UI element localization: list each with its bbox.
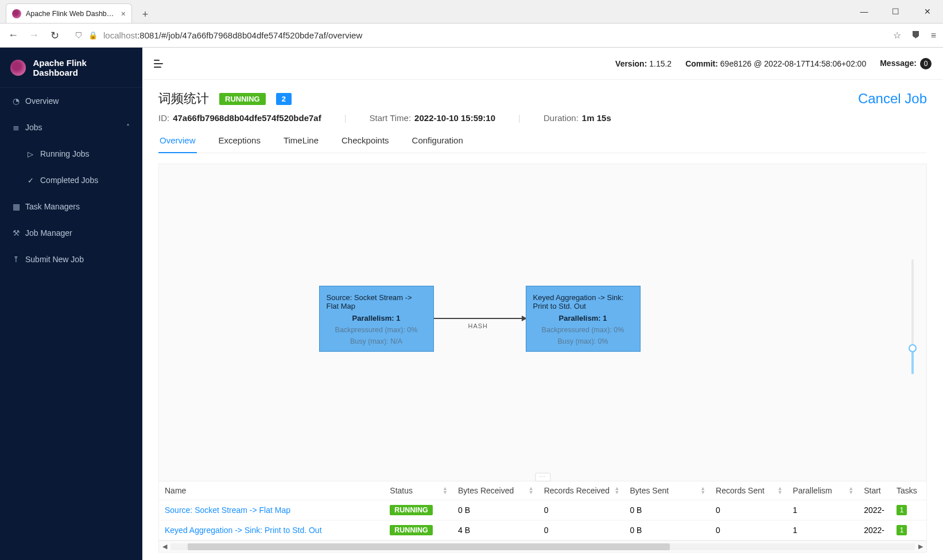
table-row[interactable]: Keyed Aggregation -> Sink: Print to Std.… bbox=[159, 520, 926, 540]
reload-button[interactable]: ↻ bbox=[48, 29, 61, 42]
main: Version: 1.15.2 Commit: 69e8126 @ 2022-0… bbox=[142, 48, 943, 560]
job-duration-value: 1m 15s bbox=[582, 113, 611, 123]
job-subheader: ID:47a66fb7968d8b04dfe574f520bde7af | St… bbox=[158, 113, 927, 123]
sort-icon[interactable]: ▲▼ bbox=[848, 487, 853, 495]
status-badge: RUNNING bbox=[390, 505, 432, 515]
topbar-meta: Version: 1.15.2 Commit: 69e8126 @ 2022-0… bbox=[615, 58, 932, 69]
check-circle-icon: ✓ bbox=[28, 176, 40, 185]
sidebar-item-running-jobs[interactable]: ▷ Running Jobs bbox=[0, 141, 142, 167]
execution-graph: Source: Socket Stream -> Flat Map Parall… bbox=[319, 265, 767, 380]
col-status[interactable]: Status▲▼ bbox=[384, 481, 452, 500]
graph-edge bbox=[434, 318, 526, 319]
schedule-icon: ▦ bbox=[13, 202, 25, 211]
job-status-badge: RUNNING bbox=[219, 93, 266, 105]
play-circle-icon: ▷ bbox=[28, 150, 40, 158]
cell-status: RUNNING bbox=[384, 500, 452, 520]
commit-value: 69e8126 @ 2022-08-17T14:58:06+02:00 bbox=[720, 59, 866, 68]
graph-node-title: Source: Socket Stream -> Flat Map bbox=[327, 293, 426, 310]
sidebar-item-submit-job[interactable]: ⤒ Submit New Job bbox=[0, 246, 142, 273]
sidebar-item-label: Task Managers bbox=[25, 202, 80, 211]
pocket-icon[interactable]: ⛊ bbox=[911, 30, 921, 41]
job-id-value: 47a66fb7968d8b04dfe574f520bde7af bbox=[173, 113, 321, 123]
zoom-handle[interactable] bbox=[909, 344, 917, 352]
sidebar-item-label: Completed Jobs bbox=[40, 176, 98, 185]
cell-bytes-received: 4 B bbox=[452, 520, 538, 540]
browser-tab-bar: Apache Flink Web Dashboard × + — ☐ ✕ bbox=[0, 0, 943, 23]
col-parallelism[interactable]: Parallelism▲▼ bbox=[787, 481, 858, 500]
scroll-left-icon[interactable]: ◀ bbox=[159, 543, 170, 550]
cancel-job-button[interactable]: Cancel Job bbox=[858, 91, 927, 107]
back-button[interactable]: ← bbox=[7, 29, 20, 42]
version-value: 1.15.2 bbox=[649, 59, 672, 68]
browser-tab-title: Apache Flink Web Dashboard bbox=[26, 10, 118, 18]
table-row[interactable]: Source: Socket Stream -> Flat MapRUNNING… bbox=[159, 500, 926, 520]
col-bytes-received[interactable]: Bytes Received▲▼ bbox=[452, 481, 538, 500]
sidebar-item-completed-jobs[interactable]: ✓ Completed Jobs bbox=[0, 167, 142, 193]
maximize-button[interactable]: ☐ bbox=[880, 0, 911, 23]
sort-icon[interactable]: ▲▼ bbox=[777, 487, 782, 495]
tab-overview[interactable]: Overview bbox=[158, 135, 197, 153]
tab-checkpoints[interactable]: Checkpoints bbox=[340, 135, 390, 153]
bookmark-icon[interactable]: ☆ bbox=[893, 30, 901, 41]
cell-name[interactable]: Keyed Aggregation -> Sink: Print to Std.… bbox=[159, 520, 384, 540]
cell-parallelism: 1 bbox=[787, 520, 858, 540]
new-tab-button[interactable]: + bbox=[137, 6, 154, 23]
scroll-right-icon[interactable]: ▶ bbox=[915, 543, 926, 550]
tab-timeline[interactable]: TimeLine bbox=[282, 135, 320, 153]
forward-button[interactable]: → bbox=[28, 29, 40, 42]
col-name[interactable]: Name bbox=[159, 481, 384, 500]
chevron-up-icon: ˄ bbox=[126, 123, 130, 131]
col-records-received[interactable]: Records Received▲▼ bbox=[538, 481, 624, 500]
sidebar-item-overview[interactable]: ◔ Overview bbox=[0, 88, 142, 114]
sidebar-toggle-button[interactable] bbox=[154, 60, 164, 68]
lock-icon[interactable]: 🔒 bbox=[88, 31, 98, 40]
cell-name[interactable]: Source: Socket Stream -> Flat Map bbox=[159, 500, 384, 520]
sort-icon[interactable]: ▲▼ bbox=[443, 487, 448, 495]
sidebar-header: Apache Flink Dashboard bbox=[0, 48, 142, 88]
tab-configuration[interactable]: Configuration bbox=[411, 135, 464, 153]
execution-graph-panel[interactable]: Source: Socket Stream -> Flat Map Parall… bbox=[158, 164, 927, 481]
menu-icon[interactable]: ≡ bbox=[931, 30, 936, 41]
table-horizontal-scrollbar[interactable]: ◀ ▶ bbox=[159, 540, 926, 552]
browser-chrome: Apache Flink Web Dashboard × + — ☐ ✕ ← →… bbox=[0, 0, 943, 48]
sidebar-item-jobs[interactable]: ≣ Jobs ˄ bbox=[0, 114, 142, 141]
graph-node-busy: Busy (max): N/A bbox=[327, 337, 426, 345]
cell-start-time: 2022- bbox=[858, 520, 891, 540]
url-box[interactable]: ⛉ 🔒 localhost:8081/#/job/47a66fb7968d8b0… bbox=[69, 26, 885, 45]
topbar: Version: 1.15.2 Commit: 69e8126 @ 2022-0… bbox=[142, 48, 943, 80]
col-records-sent[interactable]: Records Sent▲▼ bbox=[710, 481, 787, 500]
split-handle[interactable]: ⋯ bbox=[535, 473, 550, 481]
col-start-time[interactable]: Start bbox=[858, 481, 891, 500]
status-badge: RUNNING bbox=[390, 525, 432, 535]
scroll-thumb[interactable] bbox=[188, 543, 670, 550]
zoom-slider[interactable] bbox=[911, 259, 914, 374]
sort-icon[interactable]: ▲▼ bbox=[700, 487, 705, 495]
graph-node-1[interactable]: Source: Socket Stream -> Flat Map Parall… bbox=[319, 286, 434, 352]
sidebar-item-task-managers[interactable]: ▦ Task Managers bbox=[0, 193, 142, 220]
cell-tasks: 1 bbox=[891, 500, 926, 520]
message-count-badge[interactable]: 0 bbox=[920, 58, 932, 69]
cell-parallelism: 1 bbox=[787, 500, 858, 520]
tab-exceptions[interactable]: Exceptions bbox=[218, 135, 262, 153]
graph-node-2[interactable]: Keyed Aggregation -> Sink: Print to Std.… bbox=[526, 286, 641, 352]
sidebar-item-label: Job Manager bbox=[25, 228, 72, 238]
col-bytes-sent[interactable]: Bytes Sent▲▼ bbox=[624, 481, 710, 500]
minimize-button[interactable]: — bbox=[848, 0, 880, 23]
scroll-track[interactable] bbox=[170, 543, 915, 550]
browser-tab-active[interactable]: Apache Flink Web Dashboard × bbox=[6, 3, 132, 23]
commit-label: Commit: bbox=[685, 59, 718, 68]
graph-node-backpressure: Backpressured (max): 0% bbox=[327, 326, 426, 334]
sort-icon[interactable]: ▲▼ bbox=[529, 487, 534, 495]
col-tasks[interactable]: Tasks bbox=[891, 481, 926, 500]
close-icon[interactable]: × bbox=[121, 9, 126, 18]
shield-icon[interactable]: ⛉ bbox=[75, 31, 83, 40]
job-start-label: Start Time: bbox=[370, 113, 412, 123]
sort-icon[interactable]: ▲▼ bbox=[614, 487, 619, 495]
cell-status: RUNNING bbox=[384, 520, 452, 540]
cell-records-sent: 0 bbox=[710, 500, 787, 520]
cell-tasks: 1 bbox=[891, 520, 926, 540]
sidebar-item-job-manager[interactable]: ⚒ Job Manager bbox=[0, 220, 142, 246]
close-window-button[interactable]: ✕ bbox=[911, 0, 943, 23]
cell-records-received: 0 bbox=[538, 500, 624, 520]
addressbar-right: ☆ ⛊ ≡ bbox=[893, 30, 936, 41]
